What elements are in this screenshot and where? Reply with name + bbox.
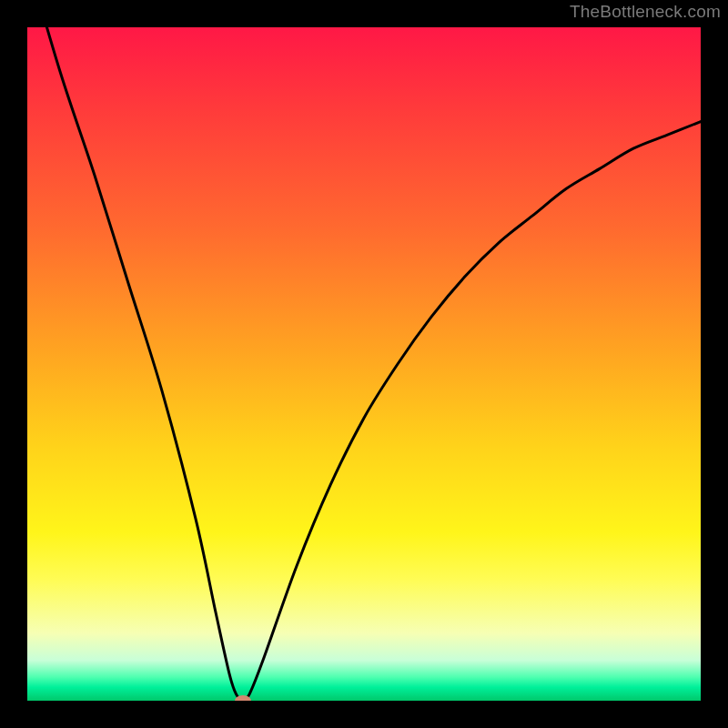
attribution-text: TheBottleneck.com <box>570 2 721 22</box>
plot-area <box>27 27 701 701</box>
chart-frame: TheBottleneck.com <box>0 0 728 728</box>
bottleneck-curve <box>27 27 701 701</box>
optimum-dot <box>235 695 251 701</box>
